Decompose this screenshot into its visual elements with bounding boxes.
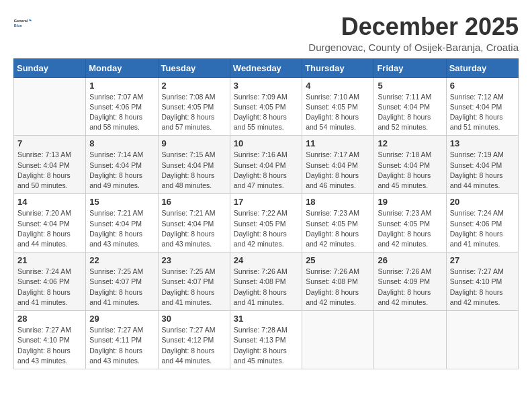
table-row: 6Sunrise: 7:12 AMSunset: 4:04 PMDaylight… <box>446 77 518 136</box>
day-info: Sunrise: 7:25 AMSunset: 4:07 PMDaylight:… <box>89 267 154 308</box>
day-info: Sunrise: 7:10 AMSunset: 4:05 PMDaylight:… <box>306 92 370 133</box>
day-info: Sunrise: 7:08 AMSunset: 4:05 PMDaylight:… <box>162 92 226 133</box>
table-row: 12Sunrise: 7:18 AMSunset: 4:04 PMDayligh… <box>374 136 446 194</box>
table-row: 21Sunrise: 7:24 AMSunset: 4:06 PMDayligh… <box>14 253 86 311</box>
day-info: Sunrise: 7:27 AMSunset: 4:10 PMDaylight:… <box>17 325 82 366</box>
col-friday: Friday <box>374 58 446 77</box>
day-number: 29 <box>89 314 154 324</box>
calendar-week-row: 28Sunrise: 7:27 AMSunset: 4:10 PMDayligh… <box>14 311 519 369</box>
day-info: Sunrise: 7:22 AMSunset: 4:05 PMDaylight:… <box>234 208 298 249</box>
day-number: 6 <box>450 81 515 91</box>
col-thursday: Thursday <box>302 58 374 77</box>
table-row: 17Sunrise: 7:22 AMSunset: 4:05 PMDayligh… <box>230 194 302 253</box>
day-info: Sunrise: 7:28 AMSunset: 4:13 PMDaylight:… <box>234 325 298 366</box>
table-row: 16Sunrise: 7:21 AMSunset: 4:04 PMDayligh… <box>158 194 230 253</box>
day-number: 16 <box>162 197 226 207</box>
day-info: Sunrise: 7:26 AMSunset: 4:09 PMDaylight:… <box>378 267 442 308</box>
day-number: 17 <box>234 197 298 207</box>
calendar-week-row: 7Sunrise: 7:13 AMSunset: 4:04 PMDaylight… <box>14 136 519 194</box>
day-number: 19 <box>378 197 442 207</box>
table-row: 7Sunrise: 7:13 AMSunset: 4:04 PMDaylight… <box>14 136 86 194</box>
table-row: 10Sunrise: 7:16 AMSunset: 4:04 PMDayligh… <box>230 136 302 194</box>
month-title: December 2025 <box>308 13 519 40</box>
day-number: 8 <box>89 138 154 148</box>
svg-marker-2 <box>30 19 32 21</box>
table-row: 19Sunrise: 7:23 AMSunset: 4:05 PMDayligh… <box>374 194 446 253</box>
table-row: 30Sunrise: 7:27 AMSunset: 4:12 PMDayligh… <box>158 311 230 369</box>
day-number: 12 <box>378 138 442 148</box>
table-row: 14Sunrise: 7:20 AMSunset: 4:04 PMDayligh… <box>14 194 86 253</box>
day-number: 25 <box>306 255 370 265</box>
day-info: Sunrise: 7:25 AMSunset: 4:07 PMDaylight:… <box>162 267 226 308</box>
day-number: 26 <box>378 255 442 265</box>
day-number: 7 <box>17 138 82 148</box>
day-info: Sunrise: 7:17 AMSunset: 4:04 PMDaylight:… <box>306 150 370 191</box>
table-row: 20Sunrise: 7:24 AMSunset: 4:06 PMDayligh… <box>446 194 518 253</box>
title-section: December 2025 Durgenovac, County of Osij… <box>308 13 519 53</box>
table-row: 8Sunrise: 7:14 AMSunset: 4:04 PMDaylight… <box>86 136 158 194</box>
day-info: Sunrise: 7:23 AMSunset: 4:05 PMDaylight:… <box>306 208 370 249</box>
calendar-week-row: 1Sunrise: 7:07 AMSunset: 4:06 PMDaylight… <box>14 77 519 136</box>
day-info: Sunrise: 7:24 AMSunset: 4:06 PMDaylight:… <box>450 208 515 249</box>
table-row: 1Sunrise: 7:07 AMSunset: 4:06 PMDaylight… <box>86 77 158 136</box>
day-number: 23 <box>162 255 226 265</box>
table-row: 29Sunrise: 7:27 AMSunset: 4:11 PMDayligh… <box>86 311 158 369</box>
day-number: 28 <box>17 314 82 324</box>
day-info: Sunrise: 7:21 AMSunset: 4:04 PMDaylight:… <box>162 208 226 249</box>
day-number: 20 <box>450 197 515 207</box>
day-info: Sunrise: 7:15 AMSunset: 4:04 PMDaylight:… <box>162 150 226 191</box>
day-number: 3 <box>234 81 298 91</box>
day-number: 10 <box>234 138 298 148</box>
col-wednesday: Wednesday <box>230 58 302 77</box>
svg-text:General: General <box>14 19 28 23</box>
col-saturday: Saturday <box>446 58 518 77</box>
day-info: Sunrise: 7:18 AMSunset: 4:04 PMDaylight:… <box>378 150 442 191</box>
table-row: 28Sunrise: 7:27 AMSunset: 4:10 PMDayligh… <box>14 311 86 369</box>
day-number: 27 <box>450 255 515 265</box>
table-row <box>302 311 374 369</box>
day-number: 22 <box>89 255 154 265</box>
calendar-header-row: Sunday Monday Tuesday Wednesday Thursday… <box>14 58 519 77</box>
day-number: 5 <box>378 81 442 91</box>
day-info: Sunrise: 7:20 AMSunset: 4:04 PMDaylight:… <box>17 208 82 249</box>
day-info: Sunrise: 7:16 AMSunset: 4:04 PMDaylight:… <box>234 150 298 191</box>
page-header: GeneralBlue December 2025 Durgenovac, Co… <box>13 13 519 53</box>
table-row: 23Sunrise: 7:25 AMSunset: 4:07 PMDayligh… <box>158 253 230 311</box>
table-row: 2Sunrise: 7:08 AMSunset: 4:05 PMDaylight… <box>158 77 230 136</box>
day-number: 30 <box>162 314 226 324</box>
day-number: 21 <box>17 255 82 265</box>
calendar-table: Sunday Monday Tuesday Wednesday Thursday… <box>13 58 519 369</box>
table-row: 9Sunrise: 7:15 AMSunset: 4:04 PMDaylight… <box>158 136 230 194</box>
table-row <box>14 77 86 136</box>
day-info: Sunrise: 7:09 AMSunset: 4:05 PMDaylight:… <box>234 92 298 133</box>
table-row: 22Sunrise: 7:25 AMSunset: 4:07 PMDayligh… <box>86 253 158 311</box>
col-tuesday: Tuesday <box>158 58 230 77</box>
table-row: 5Sunrise: 7:11 AMSunset: 4:04 PMDaylight… <box>374 77 446 136</box>
day-info: Sunrise: 7:26 AMSunset: 4:08 PMDaylight:… <box>234 267 298 308</box>
day-number: 4 <box>306 81 370 91</box>
table-row: 15Sunrise: 7:21 AMSunset: 4:04 PMDayligh… <box>86 194 158 253</box>
day-number: 18 <box>306 197 370 207</box>
day-info: Sunrise: 7:27 AMSunset: 4:12 PMDaylight:… <box>162 325 226 366</box>
day-number: 1 <box>89 81 154 91</box>
logo: GeneralBlue <box>13 13 32 32</box>
table-row: 25Sunrise: 7:26 AMSunset: 4:08 PMDayligh… <box>302 253 374 311</box>
day-info: Sunrise: 7:12 AMSunset: 4:04 PMDaylight:… <box>450 92 515 133</box>
day-info: Sunrise: 7:11 AMSunset: 4:04 PMDaylight:… <box>378 92 442 133</box>
col-sunday: Sunday <box>14 58 86 77</box>
day-number: 31 <box>234 314 298 324</box>
table-row: 24Sunrise: 7:26 AMSunset: 4:08 PMDayligh… <box>230 253 302 311</box>
table-row: 26Sunrise: 7:26 AMSunset: 4:09 PMDayligh… <box>374 253 446 311</box>
table-row: 31Sunrise: 7:28 AMSunset: 4:13 PMDayligh… <box>230 311 302 369</box>
day-info: Sunrise: 7:26 AMSunset: 4:08 PMDaylight:… <box>306 267 370 308</box>
day-info: Sunrise: 7:24 AMSunset: 4:06 PMDaylight:… <box>17 267 82 308</box>
col-monday: Monday <box>86 58 158 77</box>
table-row <box>446 311 518 369</box>
day-number: 2 <box>162 81 226 91</box>
day-info: Sunrise: 7:13 AMSunset: 4:04 PMDaylight:… <box>17 150 82 191</box>
day-info: Sunrise: 7:21 AMSunset: 4:04 PMDaylight:… <box>89 208 154 249</box>
location-title: Durgenovac, County of Osijek-Baranja, Cr… <box>308 42 519 53</box>
table-row: 4Sunrise: 7:10 AMSunset: 4:05 PMDaylight… <box>302 77 374 136</box>
day-number: 9 <box>162 138 226 148</box>
day-number: 14 <box>17 197 82 207</box>
